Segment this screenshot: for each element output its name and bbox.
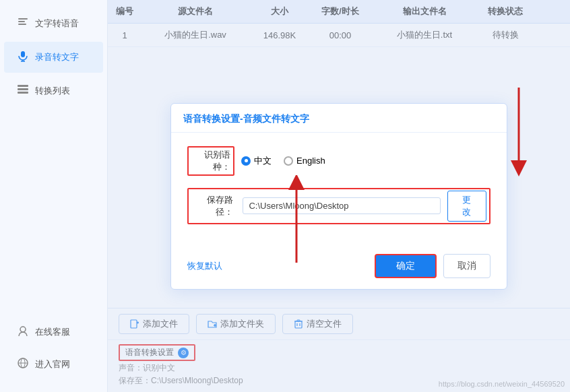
sidebar-item-online-service[interactable]: 在线客服 [4, 317, 103, 348]
sidebar-item-text-to-speech[interactable]: 文字转语音 [4, 8, 103, 39]
language-row: 识别语种： 中文 English [187, 146, 490, 176]
change-path-button[interactable]: 更改 [447, 191, 487, 222]
sidebar-item-label: 录音转文字 [35, 51, 79, 63]
dialog-title: 语音转换设置-音频文件转文字 [171, 104, 507, 133]
sidebar-bottom: 在线客服 进入官网 [0, 315, 107, 392]
dialog-footer: 恢复默认 确定 取消 [171, 247, 507, 289]
settings-dialog: 语音转换设置-音频文件转文字 识别语种： 中文 English [170, 103, 507, 290]
svg-point-9 [20, 327, 26, 332]
restore-defaults-link[interactable]: 恢复默认 [187, 260, 222, 272]
svg-rect-6 [18, 85, 28, 87]
dialog-body: 识别语种： 中文 English 保存路径： [171, 133, 507, 247]
sidebar: 文字转语音 录音转文字 转换列表 在线客服 进入官网 [0, 0, 108, 392]
dialog-overlay: 语音转换设置-音频文件转文字 识别语种： 中文 English [108, 0, 570, 392]
confirm-button[interactable]: 确定 [375, 254, 437, 278]
path-input[interactable] [243, 197, 440, 214]
svg-rect-0 [18, 18, 28, 20]
svg-rect-7 [18, 88, 28, 90]
radio-chinese-circle [241, 156, 251, 166]
sidebar-item-official-site[interactable]: 进入官网 [4, 349, 103, 380]
sidebar-item-audio-to-text[interactable]: 录音转文字 [4, 42, 103, 73]
radio-english-circle [284, 156, 293, 166]
sidebar-item-label: 文字转语音 [35, 18, 79, 30]
path-label: 保存路径： [191, 193, 236, 220]
sidebar-item-label: 在线客服 [35, 326, 70, 338]
svg-rect-1 [18, 21, 25, 22]
cancel-button[interactable]: 取消 [443, 254, 490, 278]
radio-chinese[interactable]: 中文 [241, 155, 272, 167]
svg-rect-3 [21, 51, 25, 57]
svg-rect-2 [18, 24, 26, 25]
customer-service-icon [16, 325, 30, 339]
main-content: 编号 源文件名 大小 字数/时长 输出文件名 转换状态 1 小猫的生日.wav … [108, 0, 570, 392]
radio-english-label: English [296, 156, 325, 166]
sidebar-item-convert-list[interactable]: 转换列表 [4, 75, 103, 106]
radio-chinese-label: 中文 [254, 155, 272, 167]
svg-rect-8 [18, 92, 28, 94]
sidebar-item-label: 进入官网 [35, 358, 70, 370]
sidebar-item-label: 转换列表 [35, 85, 70, 97]
language-options: 中文 English [241, 155, 325, 167]
list-icon [16, 84, 30, 98]
footer-buttons: 确定 取消 [375, 254, 490, 278]
text-icon [16, 16, 30, 31]
path-row: 保存路径： 更改 [187, 188, 490, 224]
language-label: 识别语种： [187, 146, 234, 176]
microphone-icon [16, 50, 30, 65]
globe-icon [16, 357, 30, 372]
radio-english[interactable]: English [284, 156, 325, 166]
